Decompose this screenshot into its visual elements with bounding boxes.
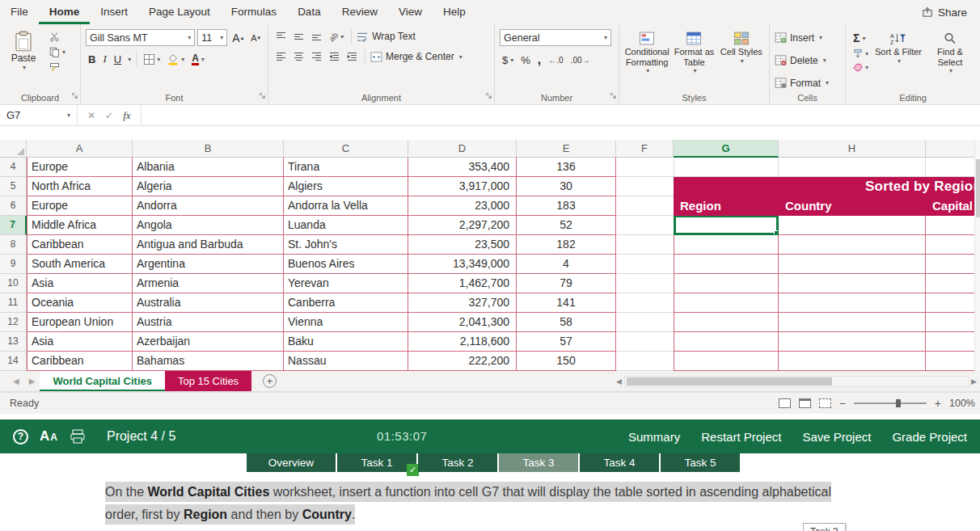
fill-color-button[interactable]: ▾ (165, 53, 187, 66)
align-right-button[interactable] (309, 51, 324, 62)
cell-A14[interactable]: Caribbean (27, 352, 133, 371)
cell-B6[interactable]: Andorra (133, 196, 284, 216)
help-icon[interactable]: ? (13, 429, 28, 445)
cell-D12[interactable]: 2,041,300 (408, 313, 517, 332)
cell-C9[interactable]: Buenos Aires (284, 255, 408, 274)
cell-C13[interactable]: Baku (284, 332, 408, 352)
font-dialog-launcher-icon[interactable] (259, 91, 266, 101)
font-name-select[interactable]: Gill Sans MT▾ (86, 29, 195, 46)
horizontal-scrollbar-track[interactable] (624, 376, 969, 387)
task-tab-overview[interactable]: Overview (247, 453, 336, 472)
number-dialog-launcher-icon[interactable] (610, 91, 617, 101)
task3-tooltip[interactable]: Task 3 (803, 523, 846, 531)
increase-decimal-button[interactable]: ←.0 (546, 55, 565, 65)
cell-E12[interactable]: 58 (517, 313, 616, 332)
cell-E8[interactable]: 182 (517, 235, 616, 255)
cell-B13[interactable]: Azerbaijan (133, 332, 284, 352)
column-header-A[interactable]: A (27, 140, 133, 158)
task-tab-task-2[interactable]: Task 2 (418, 453, 497, 472)
cell-A5[interactable]: North Africa (27, 177, 133, 196)
sheet-tab-top-15-cities[interactable]: Top 15 Cities (165, 371, 251, 391)
row-header-14[interactable]: 14 (0, 352, 27, 371)
selected-cell-G7[interactable] (674, 216, 779, 235)
sheet-tab-world-capital-cities[interactable]: World Capital Cities (40, 371, 165, 391)
normal-view-icon[interactable] (779, 398, 791, 408)
sort-filter-button[interactable]: AZ Sort & Filter ▾ (874, 29, 923, 74)
menu-tab-data[interactable]: Data (287, 0, 332, 24)
cell-G4[interactable] (674, 158, 779, 177)
borders-button[interactable]: ▾ (142, 53, 163, 65)
cell-E4[interactable]: 136 (517, 158, 616, 177)
cell-D13[interactable]: 2,118,600 (408, 332, 517, 352)
table-header-capital[interactable]: Capital (926, 196, 974, 216)
cell-E13[interactable]: 57 (517, 332, 616, 352)
cell-D8[interactable]: 23,500 (408, 235, 517, 255)
task-tab-task-3[interactable]: Task 3 (499, 453, 578, 472)
clipboard-dialog-launcher-icon[interactable] (71, 91, 78, 101)
zoom-slider-thumb[interactable] (896, 399, 901, 407)
cell-I9[interactable] (926, 255, 974, 274)
name-box[interactable]: G7▾ (0, 105, 78, 125)
cell-E14[interactable]: 150 (517, 352, 616, 371)
cell-F8[interactable] (616, 235, 674, 255)
cell-G14[interactable] (674, 352, 779, 371)
copy-button[interactable]: ▾ (47, 46, 68, 58)
cell-I10[interactable] (926, 274, 974, 293)
column-header-F[interactable]: F (616, 140, 674, 158)
cell-H7[interactable] (779, 216, 926, 235)
menu-tab-home[interactable]: Home (39, 0, 91, 24)
format-cells-button[interactable]: Format ▾ (775, 74, 840, 91)
cell-D14[interactable]: 222,200 (408, 352, 517, 371)
cell-H8[interactable] (779, 235, 926, 255)
menu-tab-page-layout[interactable]: Page Layout (138, 0, 221, 24)
cell-I4[interactable] (926, 158, 974, 177)
cell-C7[interactable]: Luanda (284, 216, 408, 235)
cell-C12[interactable]: Vienna (284, 313, 408, 332)
row-header-9[interactable]: 9 (0, 255, 27, 274)
cell-I12[interactable] (926, 313, 974, 332)
cell-F7[interactable] (616, 216, 674, 235)
cell-H12[interactable] (779, 313, 926, 332)
cell-C5[interactable]: Algiers (284, 177, 408, 196)
increase-font-size-button[interactable]: A▴ (230, 31, 246, 45)
top-align-button[interactable] (273, 31, 289, 42)
share-button[interactable]: Share (909, 0, 980, 24)
cell-G11[interactable] (674, 293, 779, 313)
sheet-nav-right-icon[interactable]: ▶ (24, 371, 40, 391)
paste-button[interactable]: Paste ▾ (5, 29, 42, 74)
underline-button[interactable]: U (112, 53, 124, 66)
font-size-select[interactable]: 11▾ (197, 29, 227, 46)
menu-tab-file[interactable]: File (0, 0, 39, 24)
cell-C14[interactable]: Nassau (284, 352, 408, 371)
horizontal-scrollbar[interactable]: ◀ ▶ (616, 375, 977, 388)
cell-F14[interactable] (616, 352, 674, 371)
enter-icon[interactable]: ✓ (105, 110, 113, 121)
cell-E7[interactable]: 52 (517, 216, 616, 235)
cell-C8[interactable]: St. John's (284, 235, 408, 255)
menu-tab-formulas[interactable]: Formulas (221, 0, 287, 24)
cell-C10[interactable]: Yerevan (284, 274, 408, 293)
print-icon[interactable] (70, 429, 86, 444)
scroll-left-icon[interactable]: ◀ (616, 377, 622, 386)
cell-I13[interactable] (926, 332, 974, 352)
cell-A6[interactable]: Europe (27, 196, 133, 216)
cell-F10[interactable] (616, 274, 674, 293)
cell-A13[interactable]: Asia (27, 332, 133, 352)
cell-F5[interactable] (616, 177, 674, 196)
column-header-I[interactable]: I (926, 140, 974, 158)
cell-D7[interactable]: 2,297,200 (408, 216, 517, 235)
zoom-in-button[interactable]: + (935, 397, 941, 410)
cell-H9[interactable] (779, 255, 926, 274)
sheet-nav-left-icon[interactable]: ◀ (8, 371, 24, 391)
conditional-formatting-button[interactable]: Conditional Formatting ▾ (624, 29, 670, 74)
vertical-scrollbar-thumb[interactable] (976, 159, 980, 217)
merge-center-button[interactable]: Merge & Center ▾ (370, 51, 463, 62)
trainer-action-save-project[interactable]: Save Project (802, 430, 871, 444)
cell-H11[interactable] (779, 293, 926, 313)
cell-C4[interactable]: Tirana (284, 158, 408, 177)
column-header-B[interactable]: B (133, 140, 284, 158)
number-format-select[interactable]: General▾ (500, 29, 611, 46)
cell-I7[interactable] (926, 216, 974, 235)
decrease-indent-button[interactable] (327, 51, 342, 62)
fill-button[interactable]: ▾ (851, 48, 871, 60)
